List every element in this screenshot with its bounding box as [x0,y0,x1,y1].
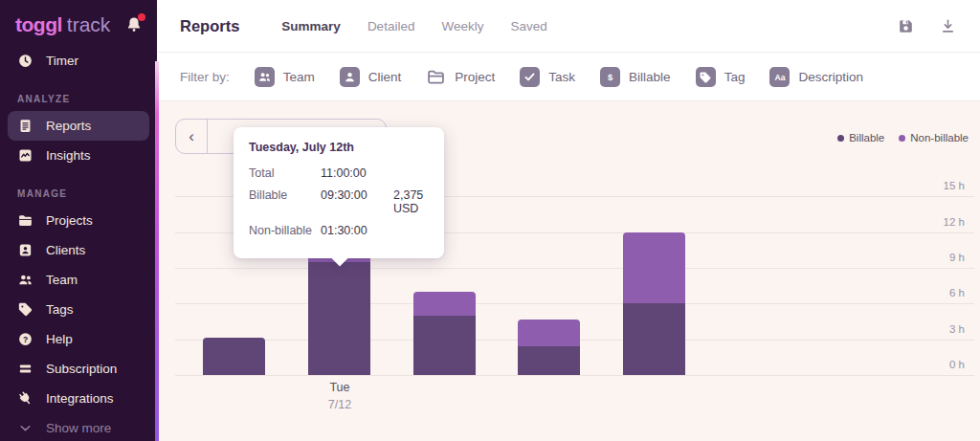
tab-detailed[interactable]: Detailed [368,19,415,33]
tag-icon [696,67,716,87]
report-content: 15 h12 h9 h6 h3 h0 h Tue 7/12 Billable N… [157,101,980,441]
logo[interactable]: toggl track [0,0,157,46]
filter-chip-label: Team [283,70,315,84]
sidebar-item-label: Projects [46,213,93,228]
legend-label: Billable [849,132,884,143]
tooltip-label: Total [249,166,321,180]
y-axis-tick-label: 15 h [944,180,965,193]
y-axis-tick-label: 9 h [949,252,965,265]
svg-text:?: ? [23,335,28,344]
toggl-track-app: toggl track Timer ANALYZE Reports Ins [0,0,980,441]
header-actions [896,16,957,35]
tooltip-amount: 2,375 USD [380,188,431,215]
notification-dot [138,13,145,21]
bar-billable-segment[interactable] [518,346,580,375]
folder-outline-icon [426,67,446,87]
filter-chip-task[interactable]: Task [520,67,575,87]
sidebar-item-label: Clients [46,243,85,257]
chevron-down-icon [17,420,33,436]
logo-toggl: toggl [15,13,62,36]
filter-chip-team[interactable]: Team [255,67,315,87]
bar-billable-segment[interactable] [623,303,685,375]
tab-weekly[interactable]: Weekly [441,19,483,33]
filter-chip-billable[interactable]: $ Billable [600,67,671,87]
notifications-bell-icon[interactable] [124,15,144,34]
filter-chip-label: Tag [724,70,746,84]
svg-text:$: $ [608,73,613,82]
plug-icon [17,390,33,407]
legend-item-non-billable[interactable]: Non-billable [899,132,969,143]
sidebar-item-projects[interactable]: Projects [0,206,157,235]
bar-nonbillable-segment[interactable] [623,232,685,304]
sidebar-item-label: Subscription [46,362,117,376]
gridline [175,268,974,269]
save-icon[interactable] [896,16,915,35]
bar-nonbillable-segment[interactable] [518,320,580,346]
bars-icon [17,361,33,377]
x-tick-date: 7/12 [310,398,369,411]
x-axis-tick: Tue 7/12 [310,381,369,411]
sidebar-item-integrations[interactable]: Integrations [0,384,157,413]
legend-label: Non-billable [910,132,969,143]
sidebar-item-subscription[interactable]: Subscription [0,354,157,384]
sidebar-item-reports[interactable]: Reports [8,111,149,141]
download-icon[interactable] [938,16,957,35]
filter-chip-description[interactable]: Aa Description [769,67,863,87]
bar-nonbillable-segment[interactable] [413,292,476,316]
sidebar-item-show-more[interactable]: Show more [0,413,157,441]
tooltip-row-total: Total 11:00:00 [249,166,431,180]
filter-chip-client[interactable]: Client [340,67,402,87]
sidebar-item-help[interactable]: ? Help [0,324,157,354]
tooltip-title: Tuesday, July 12th [249,141,431,154]
tab-summary[interactable]: Summary [281,19,341,33]
sidebar-item-team[interactable]: Team [0,265,157,295]
y-axis-tick-label: 0 h [949,359,965,372]
gridline [175,303,974,304]
filter-chip-label: Description [798,70,863,84]
chevron-left-icon[interactable]: ‹ [176,120,208,153]
people-icon [17,272,33,288]
filter-bar: Filter by: Team Client Project Task [157,54,980,101]
filter-chip-label: Billable [629,70,671,84]
legend-item-billable[interactable]: Billable [837,132,884,143]
sidebar-item-label: Timer [46,54,78,68]
sidebar-item-insights[interactable]: Insights [0,141,157,170]
y-axis-tick-label: 12 h [944,216,965,230]
gridline [175,375,974,376]
people-icon [255,67,275,87]
filter-chip-tag[interactable]: Tag [696,67,746,87]
page-header: Reports Summary Detailed Weekly Saved [157,0,980,53]
sidebar-item-timer[interactable]: Timer [0,46,157,76]
tooltip-time: 09:30:00 [321,188,380,202]
person-card-icon [17,242,33,258]
folder-icon [17,212,33,229]
sidebar-item-label: Insights [46,148,91,163]
sidebar-item-label: Help [46,332,73,346]
clock-icon [17,53,33,69]
svg-text:Aa: Aa [774,73,785,82]
sidebar-item-tags[interactable]: Tags [0,295,157,324]
sidebar-item-clients[interactable]: Clients [0,235,157,265]
sidebar-item-label: Reports [46,119,91,133]
sidebar-item-label: Team [46,273,78,287]
tag-icon [17,301,33,318]
text-aa-icon: Aa [769,67,790,87]
sidebar-item-label: Tags [46,302,74,317]
tooltip-label: Billable [249,188,321,202]
x-tick-day: Tue [310,381,369,394]
tooltip-time: 01:30:00 [321,224,380,237]
check-icon [520,67,540,87]
tab-saved[interactable]: Saved [510,19,546,33]
tooltip-row-non-billable: Non-billable 01:30:00 [249,224,431,237]
bar-billable-segment[interactable] [413,316,476,375]
bar-billable-segment[interactable] [308,262,370,375]
filter-chip-label: Project [455,70,495,84]
sidebar-section-analyze: ANALYZE [0,87,157,111]
chart-tooltip: Tuesday, July 12th Total 11:00:00 Billab… [234,127,444,258]
filter-chip-project[interactable]: Project [426,67,495,87]
filter-chip-label: Task [548,70,575,84]
tooltip-time: 11:00:00 [321,166,380,180]
bar-billable-segment[interactable] [203,338,265,375]
sidebar-item-label: Integrations [46,391,114,406]
insights-chart-icon [17,147,33,164]
